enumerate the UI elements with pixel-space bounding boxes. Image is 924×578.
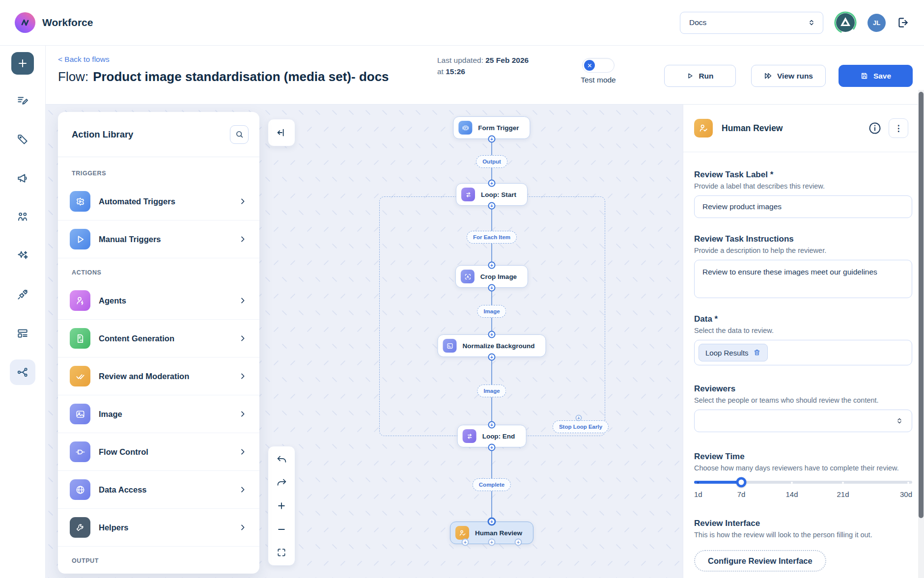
slider-handle[interactable] bbox=[736, 477, 747, 488]
zoom-out-icon[interactable] bbox=[272, 520, 291, 539]
connector-human-review-out-2[interactable]: + bbox=[488, 539, 496, 546]
add-button[interactable] bbox=[11, 52, 34, 75]
field-label: Reviewers bbox=[694, 384, 912, 394]
library-item-automated-triggers[interactable]: Automated Triggers bbox=[58, 183, 259, 220]
flow-canvas[interactable]: Form Trigger Output Loop: Start For Each… bbox=[46, 105, 683, 578]
chip-label: Loop Results bbox=[705, 349, 749, 357]
loop-icon bbox=[461, 188, 475, 201]
library-item-image[interactable]: Image bbox=[58, 395, 259, 433]
loop-results-chip[interactable]: Loop Results bbox=[699, 344, 768, 361]
chevron-right-icon bbox=[239, 372, 247, 380]
field-desc: Provide a description to help the review… bbox=[694, 247, 912, 254]
connector-stop-loop[interactable]: + bbox=[576, 415, 582, 421]
logout-icon[interactable] bbox=[896, 16, 909, 29]
undo-icon[interactable] bbox=[272, 449, 291, 469]
fit-view-icon[interactable] bbox=[272, 543, 291, 562]
kebab-menu-icon[interactable]: ⋮ bbox=[889, 118, 908, 138]
back-to-flows-link[interactable]: < Back to flows bbox=[58, 55, 110, 64]
field-desc: Choose how many days reviewers have to c… bbox=[694, 464, 912, 472]
trash-icon[interactable] bbox=[753, 349, 761, 357]
view-runs-button[interactable]: View runs bbox=[751, 65, 826, 87]
connector-loop-end-in[interactable]: + bbox=[488, 421, 496, 429]
reviewers-select[interactable] bbox=[694, 410, 912, 432]
chevron-right-icon bbox=[239, 486, 247, 494]
sidebar-item-board-icon[interactable] bbox=[10, 321, 35, 346]
panel-title: Human Review bbox=[722, 123, 868, 134]
tick-label: 1d bbox=[694, 490, 702, 498]
scrollbar-thumb[interactable] bbox=[919, 92, 924, 518]
connector-normalize-out[interactable]: + bbox=[488, 354, 496, 361]
panel-header: Human Review ⋮ bbox=[683, 105, 918, 152]
save-button[interactable]: Save bbox=[839, 65, 913, 87]
sidebar-item-megaphone-icon[interactable] bbox=[10, 165, 35, 191]
content-generation-icon: AI bbox=[70, 328, 90, 349]
review-task-label-input[interactable]: Review product images bbox=[694, 195, 912, 218]
slider-tick-labels: 1d 7d 14d 21d 30d bbox=[694, 490, 912, 501]
connector-loop-start-in[interactable]: + bbox=[488, 180, 496, 187]
review-time-slider[interactable] bbox=[694, 477, 912, 487]
section-label-output: OUTPUT bbox=[58, 557, 259, 564]
test-mode-label: Test mode bbox=[565, 76, 631, 84]
library-item-label: Image bbox=[99, 410, 239, 419]
tick-label: 30d bbox=[900, 490, 912, 498]
node-label: Crop Image bbox=[480, 273, 517, 280]
drive-status-icon[interactable] bbox=[834, 11, 857, 34]
connector-normalize-in[interactable]: + bbox=[488, 331, 496, 338]
redo-icon[interactable] bbox=[272, 473, 291, 493]
automated-triggers-icon bbox=[70, 191, 90, 212]
data-select-input[interactable]: Loop Results bbox=[694, 340, 912, 365]
chevron-right-icon bbox=[239, 235, 247, 243]
search-icon[interactable] bbox=[230, 125, 249, 144]
chevron-right-icon bbox=[239, 297, 247, 304]
human-review-icon bbox=[455, 526, 469, 540]
run-button[interactable]: Run bbox=[664, 65, 736, 87]
connector-human-review-out-1[interactable]: + bbox=[462, 539, 469, 546]
chevron-right-icon bbox=[239, 448, 247, 456]
workspace-select[interactable]: Docs bbox=[680, 12, 823, 34]
review-task-instructions-input[interactable]: Review to ensure these images meet our g… bbox=[694, 260, 912, 298]
chevron-right-icon bbox=[239, 197, 247, 205]
flow-name: Product image standardisation (media set… bbox=[93, 69, 389, 84]
tick-label: 21d bbox=[837, 490, 849, 498]
pill-output: Output bbox=[476, 155, 507, 168]
sidebar-item-people-icon[interactable] bbox=[10, 204, 35, 230]
info-icon[interactable] bbox=[868, 121, 882, 135]
user-avatar[interactable]: JL bbox=[868, 14, 886, 32]
library-item-agents[interactable]: Agents bbox=[58, 282, 259, 320]
test-mode-toggle[interactable] bbox=[582, 58, 615, 73]
connector-crop-out[interactable]: + bbox=[488, 284, 496, 292]
collapse-panel-button[interactable] bbox=[268, 119, 295, 146]
connector-human-review-in[interactable]: + bbox=[488, 518, 496, 526]
connector-human-review-out-3[interactable]: + bbox=[515, 539, 522, 546]
connector-loop-end-out[interactable]: + bbox=[488, 444, 496, 451]
sidebar-item-sparkles-icon[interactable] bbox=[10, 243, 35, 269]
workforce-logo-icon bbox=[15, 12, 35, 33]
library-item-flow-control[interactable]: Flow Control bbox=[58, 433, 259, 471]
section-label-triggers: TRIGGERS bbox=[58, 170, 259, 177]
configure-review-interface-button[interactable]: Configure Review Interface bbox=[694, 550, 826, 572]
pill-stop-loop-early: Stop Loop Early bbox=[553, 420, 609, 433]
action-library-header: Action Library bbox=[58, 112, 259, 157]
sidebar-item-flows-icon[interactable] bbox=[10, 359, 35, 385]
connector-loop-start-out[interactable]: + bbox=[488, 202, 496, 210]
library-item-helpers[interactable]: Helpers bbox=[58, 509, 259, 547]
sidebar-item-notes-icon[interactable] bbox=[10, 88, 35, 113]
field-desc: Provide a label that describes this revi… bbox=[694, 182, 912, 190]
library-item-review-and-moderation[interactable]: Review and Moderation bbox=[58, 358, 259, 395]
field-desc: Select the people or teams who should re… bbox=[694, 396, 912, 404]
library-item-manual-triggers[interactable]: Manual Triggers bbox=[58, 220, 259, 258]
svg-text:AI: AI bbox=[80, 338, 83, 341]
zoom-in-icon[interactable] bbox=[272, 496, 291, 516]
connector-form-trigger-out[interactable]: + bbox=[488, 136, 496, 143]
slider-tick bbox=[907, 482, 909, 484]
page-scrollbar[interactable] bbox=[918, 90, 924, 578]
library-item-label: Helpers bbox=[99, 523, 239, 532]
library-item-data-access[interactable]: Data Access bbox=[58, 471, 259, 509]
connector-crop-in[interactable]: + bbox=[488, 262, 496, 269]
sidebar-item-integrations-icon[interactable] bbox=[10, 282, 35, 307]
library-item-label: Flow Control bbox=[99, 447, 239, 457]
library-item-content-generation[interactable]: AI Content Generation bbox=[58, 320, 259, 358]
sidebar-item-tag-icon[interactable] bbox=[10, 127, 35, 152]
brand-name: Workforce bbox=[42, 17, 93, 28]
topbar-right-cluster: Docs JL bbox=[680, 11, 909, 34]
